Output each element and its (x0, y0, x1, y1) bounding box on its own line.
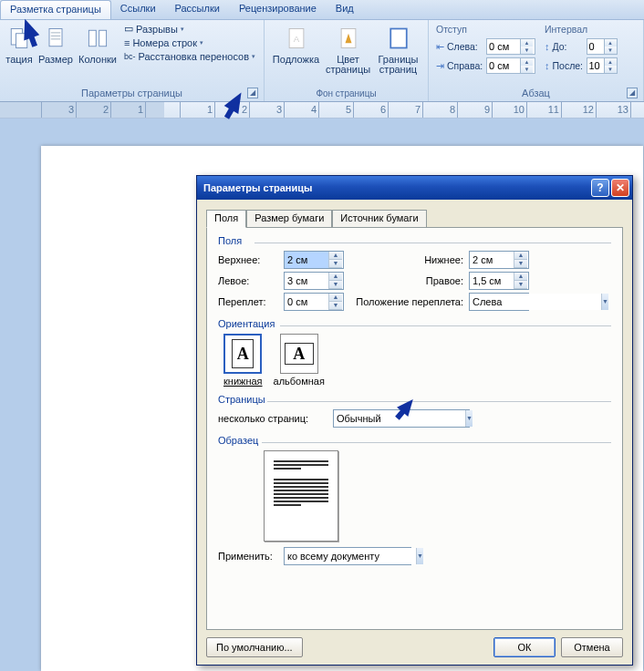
input-gutter[interactable]: ▲▼ (284, 293, 344, 311)
line-numbers-icon: ≡ (124, 37, 130, 48)
ribbon-body: тация Размер Колонки ▭Разрывы▾ ≡Номера с… (0, 20, 644, 102)
indent-header: Отступ (436, 24, 535, 35)
page-color-button[interactable]: Цвет страницы (323, 22, 374, 77)
help-button[interactable]: ? (591, 179, 609, 197)
input-right-margin[interactable]: ▲▼ (469, 272, 529, 290)
dialog-tab-margins[interactable]: Поля (206, 210, 246, 228)
columns-button[interactable]: Колонки (77, 22, 119, 67)
hyphenation-icon: bc‑ (124, 52, 136, 61)
size-icon (41, 24, 70, 53)
horizontal-ruler[interactable]: 321 1234 5678 9101112 1314 (0, 102, 644, 119)
svg-rect-7 (99, 30, 107, 46)
ribbon-tabstrip: Разметка страницы Ссылки Рассылки Реценз… (0, 0, 644, 20)
orientation-landscape[interactable]: A альбомная (274, 334, 325, 387)
spacing-after-input[interactable]: ▲▼ (587, 57, 618, 74)
chevron-down-icon: ▾ (252, 53, 255, 60)
tab-review[interactable]: Рецензирование (230, 0, 327, 19)
group-paragraph: Отступ ⇤Слева:▲▼ ⇥Справа:▲▼ Интервал ↕До… (429, 20, 644, 101)
label-gutter: Переплет: (218, 296, 278, 307)
dialog-tab-source[interactable]: Источник бумаги (332, 210, 426, 228)
group-label-page-bg: Фон страницы (268, 88, 424, 99)
hyphenation-button[interactable]: bc‑Расстановка переносов▾ (120, 50, 259, 63)
indent-right-label: Справа: (447, 60, 483, 71)
legend-preview: Образец (218, 435, 611, 446)
page-color-icon (334, 24, 363, 53)
chevron-down-icon: ▾ (181, 26, 184, 33)
group-label-page-setup: Параметры страницы◢ (4, 87, 260, 99)
tab-view[interactable]: Вид (327, 0, 364, 19)
svg-text:A: A (293, 34, 299, 44)
breaks-icon: ▭ (124, 23, 133, 35)
watermark-button[interactable]: A Подложка (270, 22, 323, 67)
close-button[interactable]: ✕ (611, 179, 629, 197)
line-numbers-button[interactable]: ≡Номера строк▾ (120, 36, 259, 49)
indent-left-label: Слева: (447, 41, 483, 52)
indent-right-input[interactable]: ▲▼ (486, 57, 535, 74)
svg-rect-2 (49, 29, 62, 46)
columns-icon (83, 24, 112, 53)
input-left-margin[interactable]: ▲▼ (284, 272, 344, 290)
combo-gutter-position[interactable]: ▼ (469, 293, 529, 311)
spacing-before-icon: ↕ (545, 41, 550, 52)
spacing-after-icon: ↕ (545, 60, 550, 71)
page-setup-launcher[interactable]: ◢ (247, 88, 258, 98)
chevron-down-icon: ▾ (200, 39, 203, 46)
label-left-margin: Левое: (218, 275, 278, 286)
group-label-paragraph: Абзац◢ (432, 87, 639, 99)
breaks-button[interactable]: ▭Разрывы▾ (120, 22, 259, 36)
tab-mailings[interactable]: Рассылки (166, 0, 230, 19)
ok-button[interactable]: ОК (493, 637, 556, 657)
orientation-portrait[interactable]: A книжная (223, 334, 263, 387)
size-button[interactable]: Размер (35, 22, 77, 67)
combo-apply-to[interactable]: ▼ (284, 547, 411, 565)
cancel-button[interactable]: Отмена (561, 637, 623, 657)
spacing-before-input[interactable]: ▲▼ (587, 38, 618, 55)
label-bottom-margin: Нижнее: (349, 254, 463, 265)
paragraph-launcher[interactable]: ◢ (627, 88, 638, 98)
input-bottom-margin[interactable]: ▲▼ (469, 251, 529, 269)
spacing-after-label: После: (553, 60, 584, 71)
label-gutter-position: Положение переплета: (349, 296, 463, 307)
legend-orientation: Ориентация (218, 318, 611, 329)
label-top-margin: Верхнее: (218, 254, 278, 265)
page-borders-icon (384, 24, 413, 53)
dialog-tabs: Поля Размер бумаги Источник бумаги (206, 209, 623, 227)
dialog-title: Параметры страницы (200, 182, 589, 193)
label-apply-to: Применить: (218, 551, 278, 562)
dialog-tab-paper[interactable]: Размер бумаги (246, 210, 332, 228)
dialog-titlebar[interactable]: Параметры страницы ? ✕ (197, 176, 632, 200)
page-borders-button[interactable]: Границы страниц (374, 22, 423, 77)
indent-left-icon: ⇤ (436, 41, 444, 53)
input-top-margin[interactable]: ▲▼ (284, 251, 344, 269)
page-setup-dialog: Параметры страницы ? ✕ Поля Размер бумаг… (196, 175, 633, 666)
indent-left-input[interactable]: ▲▼ (486, 38, 535, 55)
indent-right-icon: ⇥ (436, 60, 444, 72)
group-page-background: A Подложка Цвет страницы Границы страниц… (265, 20, 429, 101)
dialog-panel: Поля Верхнее: ▲▼ Нижнее: ▲▼ Левое: ▲▼ Пр… (206, 227, 623, 630)
svg-rect-6 (88, 30, 96, 46)
svg-rect-11 (390, 29, 407, 48)
spacing-before-label: До: (553, 41, 584, 52)
label-multi-pages: несколько страниц: (218, 413, 327, 424)
tab-references[interactable]: Ссылки (111, 0, 166, 19)
legend-margins: Поля (218, 235, 611, 246)
default-button[interactable]: По умолчанию... (206, 637, 303, 657)
preview-thumbnail (264, 450, 338, 542)
tab-page-layout[interactable]: Разметка страницы (0, 0, 111, 19)
spacing-header: Интервал (545, 24, 618, 35)
group-page-setup: тация Размер Колонки ▭Разрывы▾ ≡Номера с… (0, 20, 265, 101)
watermark-icon: A (282, 24, 311, 53)
label-right-margin: Правое: (349, 275, 463, 286)
